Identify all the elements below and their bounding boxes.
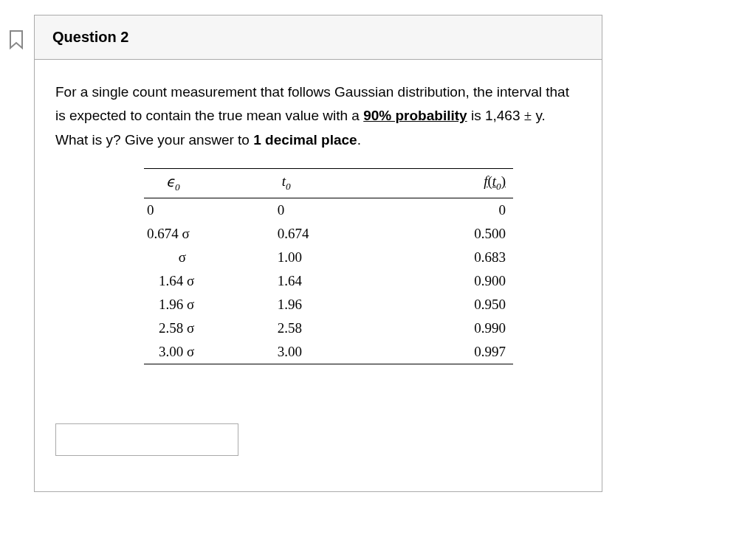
table-header-ft0: f(t0)	[390, 168, 513, 198]
question-header: Question 2	[35, 15, 602, 60]
bookmark-icon[interactable]	[7, 30, 25, 50]
answer-input[interactable]	[55, 423, 238, 456]
gaussian-table: ϵ0 t0 f(t0) 0 0 0 0.674 σ 0.674 0.500	[144, 168, 513, 364]
question-title: Question 2	[52, 29, 584, 46]
question-text: For a single count measurement that foll…	[55, 80, 581, 152]
table-row: 0.674 σ 0.674 0.500	[144, 222, 513, 246]
question-text-part2: is 1,463	[467, 108, 524, 123]
plus-minus-symbol: ±	[524, 108, 532, 123]
table-header-t0: t0	[267, 168, 391, 198]
question-body: For a single count measurement that foll…	[35, 60, 602, 491]
table-body: 0 0 0 0.674 σ 0.674 0.500 σ 1.00 0.683	[144, 198, 513, 364]
question-text-part4: .	[357, 132, 361, 148]
question-highlight-probability: 90% probability	[363, 108, 467, 123]
table-header-epsilon: ϵ0	[144, 168, 267, 198]
table-row: 3.00 σ 3.00 0.997	[144, 340, 513, 364]
question-highlight-decimal: 1 decimal place	[253, 132, 357, 148]
table-row: 1.64 σ 1.64 0.900	[144, 269, 513, 293]
answer-input-container	[55, 423, 581, 456]
table-row: 0 0 0	[144, 198, 513, 222]
table-row: 1.96 σ 1.96 0.950	[144, 293, 513, 316]
question-card: Question 2 For a single count measuremen…	[34, 15, 602, 492]
table-row: σ 1.00 0.683	[144, 246, 513, 269]
table-row: 2.58 σ 2.58 0.990	[144, 316, 513, 340]
